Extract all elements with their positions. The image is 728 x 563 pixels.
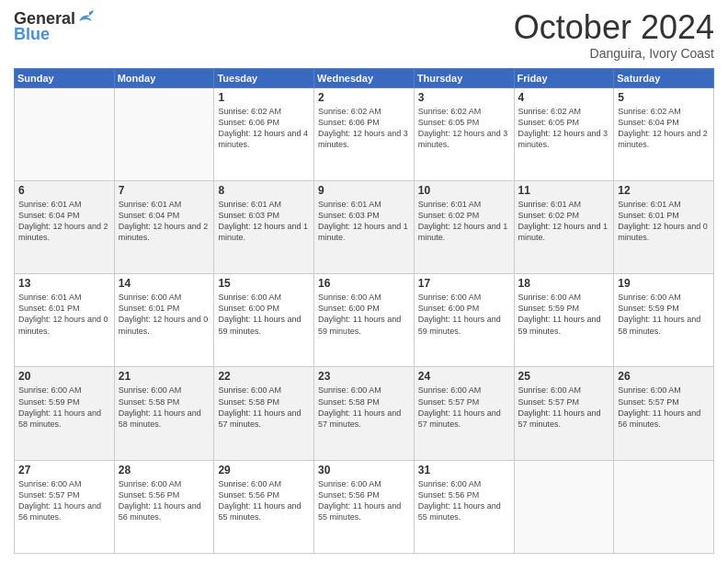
day-number: 13 xyxy=(18,277,110,290)
weekday-header: Thursday xyxy=(414,68,514,87)
day-info: Sunrise: 6:02 AM Sunset: 6:05 PM Dayligh… xyxy=(418,106,510,151)
day-info: Sunrise: 6:01 AM Sunset: 6:04 PM Dayligh… xyxy=(119,199,210,244)
calendar-cell: 16Sunrise: 6:00 AM Sunset: 6:00 PM Dayli… xyxy=(314,274,415,367)
day-number: 12 xyxy=(618,184,710,197)
logo-bird-icon xyxy=(77,10,96,25)
calendar-cell: 2Sunrise: 6:02 AM Sunset: 6:06 PM Daylig… xyxy=(314,87,415,180)
calendar-cell xyxy=(614,460,714,553)
weekday-header: Saturday xyxy=(614,68,714,87)
calendar-cell: 10Sunrise: 6:01 AM Sunset: 6:02 PM Dayli… xyxy=(414,180,514,273)
day-info: Sunrise: 6:00 AM Sunset: 5:58 PM Dayligh… xyxy=(119,385,210,430)
day-info: Sunrise: 6:00 AM Sunset: 5:57 PM Dayligh… xyxy=(418,385,510,430)
day-number: 4 xyxy=(518,91,610,104)
day-number: 24 xyxy=(418,370,510,383)
day-number: 5 xyxy=(618,91,710,104)
calendar-cell: 7Sunrise: 6:01 AM Sunset: 6:04 PM Daylig… xyxy=(114,180,214,273)
logo: General Blue xyxy=(14,9,96,44)
day-number: 16 xyxy=(318,277,410,290)
calendar-cell xyxy=(15,87,115,180)
day-number: 17 xyxy=(418,277,510,290)
day-info: Sunrise: 6:00 AM Sunset: 5:59 PM Dayligh… xyxy=(618,292,710,337)
page: General Blue October 2024 Danguira, Ivor… xyxy=(0,0,728,563)
day-info: Sunrise: 6:01 AM Sunset: 6:01 PM Dayligh… xyxy=(18,292,110,337)
day-number: 26 xyxy=(618,370,710,383)
day-info: Sunrise: 6:00 AM Sunset: 5:57 PM Dayligh… xyxy=(18,478,110,523)
calendar-cell: 9Sunrise: 6:01 AM Sunset: 6:03 PM Daylig… xyxy=(314,180,415,273)
calendar-cell: 13Sunrise: 6:01 AM Sunset: 6:01 PM Dayli… xyxy=(15,274,115,367)
day-info: Sunrise: 6:00 AM Sunset: 5:56 PM Dayligh… xyxy=(218,478,310,523)
calendar-cell: 5Sunrise: 6:02 AM Sunset: 6:04 PM Daylig… xyxy=(614,87,714,180)
calendar-cell xyxy=(114,87,214,180)
weekday-row: SundayMondayTuesdayWednesdayThursdayFrid… xyxy=(15,68,714,87)
calendar-week-row: 13Sunrise: 6:01 AM Sunset: 6:01 PM Dayli… xyxy=(15,274,714,367)
day-number: 11 xyxy=(518,184,610,197)
day-info: Sunrise: 6:00 AM Sunset: 6:01 PM Dayligh… xyxy=(119,292,210,337)
day-number: 6 xyxy=(18,184,110,197)
calendar-header: SundayMondayTuesdayWednesdayThursdayFrid… xyxy=(15,68,714,87)
calendar-cell: 15Sunrise: 6:00 AM Sunset: 6:00 PM Dayli… xyxy=(214,274,314,367)
day-number: 2 xyxy=(318,91,410,104)
day-number: 31 xyxy=(418,464,510,477)
day-info: Sunrise: 6:02 AM Sunset: 6:05 PM Dayligh… xyxy=(518,106,610,151)
day-info: Sunrise: 6:00 AM Sunset: 6:00 PM Dayligh… xyxy=(418,292,510,337)
day-number: 18 xyxy=(518,277,610,290)
calendar-cell: 26Sunrise: 6:00 AM Sunset: 5:57 PM Dayli… xyxy=(614,367,714,460)
day-number: 22 xyxy=(218,370,310,383)
calendar-cell: 30Sunrise: 6:00 AM Sunset: 5:56 PM Dayli… xyxy=(314,460,415,553)
day-info: Sunrise: 6:00 AM Sunset: 5:58 PM Dayligh… xyxy=(318,385,410,430)
calendar-cell xyxy=(514,460,614,553)
day-number: 21 xyxy=(119,370,210,383)
day-info: Sunrise: 6:01 AM Sunset: 6:03 PM Dayligh… xyxy=(318,199,410,244)
weekday-header: Tuesday xyxy=(214,68,314,87)
weekday-header: Monday xyxy=(114,68,214,87)
month-title: October 2024 xyxy=(514,9,714,46)
calendar-cell: 3Sunrise: 6:02 AM Sunset: 6:05 PM Daylig… xyxy=(414,87,514,180)
day-info: Sunrise: 6:01 AM Sunset: 6:01 PM Dayligh… xyxy=(618,199,710,244)
day-info: Sunrise: 6:01 AM Sunset: 6:02 PM Dayligh… xyxy=(518,199,610,244)
day-number: 7 xyxy=(119,184,210,197)
calendar-table: SundayMondayTuesdayWednesdayThursdayFrid… xyxy=(14,68,714,554)
weekday-header: Sunday xyxy=(15,68,115,87)
calendar-cell: 31Sunrise: 6:00 AM Sunset: 5:56 PM Dayli… xyxy=(414,460,514,553)
day-number: 19 xyxy=(618,277,710,290)
day-info: Sunrise: 6:00 AM Sunset: 5:59 PM Dayligh… xyxy=(18,385,110,430)
day-number: 8 xyxy=(218,184,310,197)
day-info: Sunrise: 6:00 AM Sunset: 6:00 PM Dayligh… xyxy=(318,292,410,337)
calendar-cell: 24Sunrise: 6:00 AM Sunset: 5:57 PM Dayli… xyxy=(414,367,514,460)
day-number: 25 xyxy=(518,370,610,383)
calendar-cell: 18Sunrise: 6:00 AM Sunset: 5:59 PM Dayli… xyxy=(514,274,614,367)
weekday-header: Wednesday xyxy=(314,68,415,87)
title-block: October 2024 Danguira, Ivory Coast xyxy=(514,9,714,61)
day-info: Sunrise: 6:02 AM Sunset: 6:04 PM Dayligh… xyxy=(618,106,710,151)
calendar-cell: 14Sunrise: 6:00 AM Sunset: 6:01 PM Dayli… xyxy=(114,274,214,367)
day-info: Sunrise: 6:02 AM Sunset: 6:06 PM Dayligh… xyxy=(218,106,310,151)
day-number: 1 xyxy=(218,91,310,104)
day-number: 14 xyxy=(119,277,210,290)
day-number: 3 xyxy=(418,91,510,104)
day-info: Sunrise: 6:02 AM Sunset: 6:06 PM Dayligh… xyxy=(318,106,410,151)
day-number: 15 xyxy=(218,277,310,290)
day-info: Sunrise: 6:00 AM Sunset: 5:56 PM Dayligh… xyxy=(119,478,210,523)
day-number: 30 xyxy=(318,464,410,477)
calendar-cell: 8Sunrise: 6:01 AM Sunset: 6:03 PM Daylig… xyxy=(214,180,314,273)
calendar-cell: 28Sunrise: 6:00 AM Sunset: 5:56 PM Dayli… xyxy=(114,460,214,553)
calendar-cell: 23Sunrise: 6:00 AM Sunset: 5:58 PM Dayli… xyxy=(314,367,415,460)
calendar-cell: 22Sunrise: 6:00 AM Sunset: 5:58 PM Dayli… xyxy=(214,367,314,460)
day-number: 23 xyxy=(318,370,410,383)
day-number: 9 xyxy=(318,184,410,197)
day-info: Sunrise: 6:01 AM Sunset: 6:04 PM Dayligh… xyxy=(18,199,110,244)
day-number: 28 xyxy=(119,464,210,477)
calendar-cell: 1Sunrise: 6:02 AM Sunset: 6:06 PM Daylig… xyxy=(214,87,314,180)
day-number: 27 xyxy=(18,464,110,477)
day-number: 20 xyxy=(18,370,110,383)
weekday-header: Friday xyxy=(514,68,614,87)
logo-blue-text: Blue xyxy=(14,25,50,44)
day-info: Sunrise: 6:00 AM Sunset: 5:59 PM Dayligh… xyxy=(518,292,610,337)
day-info: Sunrise: 6:01 AM Sunset: 6:03 PM Dayligh… xyxy=(218,199,310,244)
header: General Blue October 2024 Danguira, Ivor… xyxy=(14,9,714,61)
calendar-cell: 19Sunrise: 6:00 AM Sunset: 5:59 PM Dayli… xyxy=(614,274,714,367)
calendar-cell: 4Sunrise: 6:02 AM Sunset: 6:05 PM Daylig… xyxy=(514,87,614,180)
calendar-week-row: 20Sunrise: 6:00 AM Sunset: 5:59 PM Dayli… xyxy=(15,367,714,460)
day-info: Sunrise: 6:00 AM Sunset: 5:56 PM Dayligh… xyxy=(318,478,410,523)
calendar-cell: 27Sunrise: 6:00 AM Sunset: 5:57 PM Dayli… xyxy=(15,460,115,553)
